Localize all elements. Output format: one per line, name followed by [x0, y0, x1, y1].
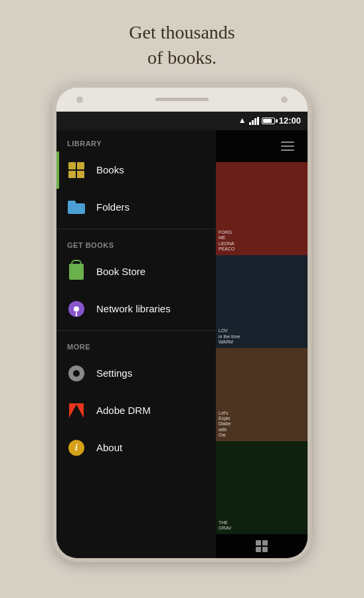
nav-item-network[interactable]: Network libraries	[56, 290, 216, 328]
phone-camera	[76, 96, 83, 103]
status-icons: ▲	[238, 116, 275, 126]
wifi-icon: ▲	[238, 116, 246, 126]
nav-item-books[interactable]: Books	[56, 151, 216, 189]
section-more-label: MORE	[56, 334, 216, 355]
book-title-1: FORGMELEONAPEACO	[219, 230, 305, 252]
divider-2	[56, 330, 216, 331]
phone-speaker	[155, 98, 209, 101]
nav-bookstore-label: Book Store	[96, 266, 145, 277]
nav-item-about[interactable]: i About	[56, 429, 216, 466]
book-title-3: Let'sExploDiabewithOw	[219, 411, 305, 439]
divider-1	[56, 229, 216, 229]
status-bar: ▲ 12:00	[56, 112, 308, 130]
nav-settings-label: Settings	[96, 367, 132, 379]
adobe-icon	[67, 401, 86, 420]
main-content: FORGMELEONAPEACO LOVin the timeWARM Let'…	[216, 130, 308, 558]
nav-adobe-label: Adobe DRM	[96, 405, 151, 416]
phone-sensor	[281, 96, 288, 103]
books-icon	[67, 161, 86, 179]
settings-icon	[67, 364, 86, 383]
tagline: Get thousands of books.	[89, 0, 274, 84]
nav-item-folders[interactable]: Folders	[56, 189, 216, 226]
tagline-line1: Get thousands	[129, 22, 234, 43]
screen-content: LIBRARY Books Folders	[56, 130, 308, 558]
nav-item-bookstore[interactable]: Book Store	[56, 253, 216, 290]
tagline-line2: of books.	[147, 47, 217, 68]
signal-bars-icon	[249, 117, 259, 125]
nav-about-label: About	[96, 442, 122, 453]
phone-screen: ▲ 12:00 LIBRARY	[56, 112, 308, 558]
book-title-4: THEGRAV	[219, 520, 305, 532]
book-title-2: LOVin the timeWARM	[219, 328, 305, 345]
status-time: 12:00	[279, 116, 301, 126]
nav-item-adobe[interactable]: Adobe DRM	[56, 392, 216, 429]
folder-icon	[67, 198, 86, 217]
section-getbooks-label: GET BOOKS	[56, 232, 216, 253]
battery-icon	[262, 118, 275, 124]
phone-hardware-bar	[56, 88, 308, 112]
nav-books-label: Books	[96, 164, 124, 175]
nav-drawer: LIBRARY Books Folders	[56, 130, 216, 558]
info-icon: i	[67, 439, 86, 457]
nav-item-settings[interactable]: Settings	[56, 355, 216, 392]
network-icon	[67, 300, 86, 318]
section-library-label: LIBRARY	[56, 130, 216, 151]
nav-folders-label: Folders	[96, 201, 130, 213]
store-icon	[67, 262, 86, 281]
phone-frame: ▲ 12:00 LIBRARY	[52, 84, 312, 562]
nav-network-label: Network libraries	[96, 303, 171, 314]
